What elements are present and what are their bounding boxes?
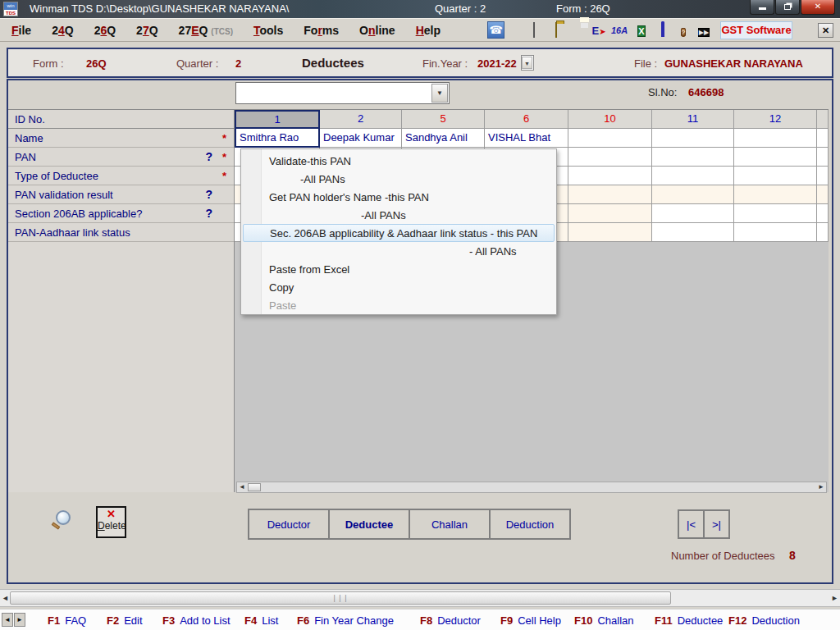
window-hscrollbar-thumb[interactable]: | | | [10, 591, 671, 605]
menu-item-validate-all-pans[interactable]: -All PANs [241, 170, 556, 188]
table-cell[interactable] [652, 185, 734, 204]
lock-icon[interactable] [655, 23, 671, 38]
table-cell[interactable] [568, 148, 652, 167]
menu-item-get-pan-holder-name-this-pan[interactable]: Get PAN holder's Name -this PAN [241, 188, 556, 206]
tab-challan[interactable]: Challan [409, 509, 491, 540]
fkey-scroll-right-icon[interactable]: ► [14, 613, 25, 627]
menu-item-copy[interactable]: Copy [241, 278, 556, 296]
help-icon[interactable]: ? [205, 150, 212, 163]
scroll-left-icon[interactable]: ◄ [239, 483, 245, 491]
fkey-scroll-left-icon[interactable]: ◄ [2, 613, 13, 627]
minimize-button[interactable] [750, 0, 774, 15]
column-header[interactable]: 5 [402, 110, 485, 129]
first-record-button[interactable]: |< [678, 509, 705, 539]
grid-hscrollbar-thumb[interactable] [248, 483, 261, 491]
table-cell[interactable] [817, 167, 829, 185]
column-header[interactable]: 12 [734, 110, 817, 129]
fkey-f1-faq[interactable]: F1FAQ [48, 614, 86, 627]
menu-file[interactable]: File [10, 22, 33, 39]
table-cell[interactable] [652, 148, 734, 167]
efile-icon[interactable]: E➤ [591, 23, 607, 38]
column-header[interactable]: 10 [568, 110, 652, 129]
name-cell[interactable]: Deepak Kumar [320, 129, 402, 148]
grid-hscrollbar[interactable]: ◄ ► [236, 482, 827, 493]
fkey-f2-edit[interactable]: F2Edit [107, 614, 143, 627]
menu-item-paste-from-excel[interactable]: Paste from Excel [241, 260, 556, 278]
menu-24q[interactable]: 24Q [50, 22, 75, 39]
help-icon[interactable]: ? [205, 207, 212, 220]
menubar-close-button[interactable]: ✕ [818, 23, 833, 38]
table-cell[interactable] [817, 204, 829, 223]
table-cell[interactable] [817, 223, 829, 242]
table-cell[interactable] [568, 167, 652, 185]
new-file-icon[interactable] [526, 23, 542, 38]
table-cell[interactable] [734, 185, 817, 204]
delete-button[interactable]: ✕ Delete [96, 506, 126, 538]
table-cell[interactable] [568, 185, 652, 204]
table-cell[interactable] [734, 204, 817, 223]
fkey-f8-deductor[interactable]: F8Deductor [420, 614, 481, 627]
fkey-f3-add-to-list[interactable]: F3Add to List [162, 614, 231, 627]
fkey-f11-deductee[interactable]: F11Deductee [655, 614, 723, 627]
excel-icon[interactable]: X [633, 23, 650, 38]
table-cell[interactable] [568, 204, 652, 223]
table-cell[interactable] [734, 223, 817, 242]
scroll-right-icon[interactable]: ► [831, 594, 838, 602]
table-cell[interactable] [817, 148, 829, 167]
maximize-button[interactable] [775, 0, 800, 15]
window-hscrollbar[interactable]: ◄ | | | ► [0, 589, 840, 607]
table-cell[interactable] [568, 223, 652, 242]
menu-tools[interactable]: Tools [252, 22, 285, 39]
menu-item-206ab-aadhaar-this-pan[interactable]: Sec. 206AB applicability & Aadhaar link … [243, 224, 555, 242]
column-header[interactable]: 11 [652, 110, 734, 129]
tab-deductor[interactable]: Deductor [248, 509, 330, 540]
name-cell[interactable] [652, 129, 734, 148]
name-cell[interactable]: Sandhya Anil [402, 129, 485, 148]
menu-help[interactable]: Help [414, 22, 442, 39]
table-cell[interactable] [652, 204, 734, 223]
table-cell[interactable] [652, 167, 734, 185]
media-icon[interactable]: ▶▶ [696, 23, 712, 38]
close-button[interactable]: ✕ [801, 0, 835, 15]
table-cell[interactable] [734, 148, 817, 167]
chevron-down-icon[interactable]: ▼ [522, 57, 532, 69]
last-record-button[interactable]: >| [703, 509, 730, 539]
menu-27q[interactable]: 27Q [135, 22, 159, 39]
tab-deductee[interactable]: Deductee [328, 509, 410, 540]
menu-27eq[interactable]: 27EQ (TCS) [177, 22, 235, 39]
menu-online[interactable]: Online [358, 22, 397, 39]
column-header[interactable] [817, 110, 829, 129]
name-cell[interactable] [568, 129, 652, 148]
fkey-f6-fin-year-change[interactable]: F6Fin Year Change [297, 614, 394, 627]
name-cell[interactable]: VISHAL Bhat [485, 129, 568, 148]
menu-item-get-pan-holder-name-all-pans[interactable]: -All PANs [241, 206, 556, 224]
name-cell[interactable] [734, 129, 817, 148]
table-cell[interactable] [652, 223, 734, 242]
finyear-dropdown[interactable]: ▼ [521, 55, 534, 71]
menu-26q[interactable]: 26Q [93, 22, 117, 39]
open-file-icon[interactable] [548, 23, 564, 38]
scroll-left-icon[interactable]: ◄ [2, 594, 9, 602]
chevron-down-icon[interactable]: ▼ [431, 84, 448, 103]
search-icon[interactable] [51, 510, 75, 535]
column-header[interactable]: 1 [235, 110, 320, 129]
menu-item-206ab-aadhaar-all-pans[interactable]: - All PANs [241, 242, 556, 260]
search-combobox[interactable]: ▼ [235, 82, 450, 104]
help-icon[interactable]: ? [205, 188, 212, 201]
column-header[interactable]: 6 [485, 110, 568, 129]
save-icon[interactable] [570, 23, 587, 38]
table-cell[interactable] [817, 129, 829, 148]
purse-icon[interactable]: ? [675, 23, 692, 38]
fkey-f12-deduction[interactable]: F12Deduction [728, 614, 800, 627]
fkey-f9-cell-help[interactable]: F9Cell Help [500, 614, 561, 627]
column-header[interactable]: 2 [320, 110, 402, 129]
name-cell-selected[interactable]: Smithra Rao [235, 129, 320, 148]
menu-forms[interactable]: Forms [302, 22, 340, 39]
form16a-icon[interactable]: 16A [611, 23, 628, 38]
fkey-f4-list[interactable]: F4List [244, 614, 278, 627]
tab-deduction[interactable]: Deduction [489, 509, 571, 540]
gst-software-button[interactable]: GST Software [720, 21, 792, 39]
table-cell[interactable] [734, 167, 817, 185]
phone-icon[interactable]: ☎ [487, 21, 504, 39]
scroll-right-icon[interactable]: ► [818, 483, 824, 491]
